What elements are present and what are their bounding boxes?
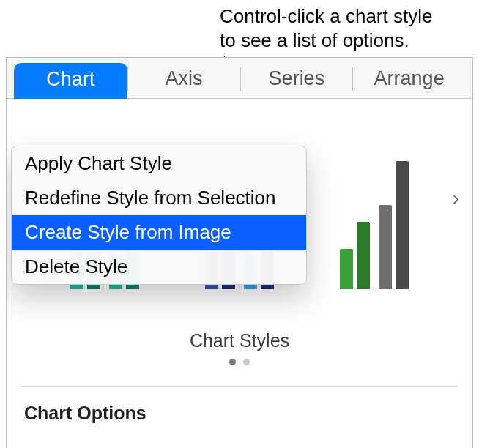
page-dot[interactable]: [229, 359, 236, 365]
tab-label: Chart: [46, 68, 94, 90]
bar-group: [379, 161, 409, 289]
menu-item-apply-chart-style[interactable]: Apply Chart Style: [12, 146, 306, 181]
chevron-right-icon: ›: [453, 187, 459, 209]
inspector-tabs: Chart Axis Series Arrange: [7, 58, 472, 99]
chart-bar: [396, 161, 409, 289]
menu-item-label: Apply Chart Style: [25, 152, 172, 174]
menu-item-label: Redefine Style from Selection: [25, 187, 276, 209]
bar-group: [340, 222, 370, 289]
chart-bar: [340, 249, 353, 289]
tab-label: Axis: [166, 67, 203, 89]
help-callout: Control-click a chart style to see a lis…: [220, 4, 432, 52]
chart-options-header: Chart Options: [7, 387, 472, 424]
menu-item-redefine-style[interactable]: Redefine Style from Selection: [12, 181, 306, 215]
tab-label: Series: [269, 67, 325, 89]
tab-series[interactable]: Series: [241, 63, 353, 98]
tab-chart[interactable]: Chart: [14, 63, 127, 99]
inspector-panel: Chart Axis Series Arrange: [6, 57, 473, 448]
menu-item-label: Delete Style: [25, 255, 127, 277]
context-menu: Apply Chart Style Redefine Style from Se…: [11, 146, 307, 285]
menu-item-delete-style[interactable]: Delete Style: [12, 250, 306, 284]
tab-arrange[interactable]: Arrange: [353, 63, 465, 98]
styles-page-indicator: [7, 359, 472, 365]
styles-next-button[interactable]: ›: [453, 187, 459, 210]
chart-styles-label: Chart Styles: [7, 330, 472, 351]
chart-bar: [357, 222, 370, 289]
tab-label: Arrange: [374, 67, 445, 89]
menu-item-label: Create Style from Image: [25, 221, 231, 243]
page-dot[interactable]: [243, 359, 250, 365]
menu-item-create-style-from-image[interactable]: Create Style from Image: [12, 215, 306, 250]
callout-text-line2: to see a list of options.: [220, 29, 409, 51]
chart-style-thumbnail[interactable]: [320, 121, 428, 289]
chart-bar: [379, 205, 392, 289]
tab-axis[interactable]: Axis: [128, 63, 240, 98]
callout-text-line1: Control-click a chart style: [220, 5, 432, 27]
